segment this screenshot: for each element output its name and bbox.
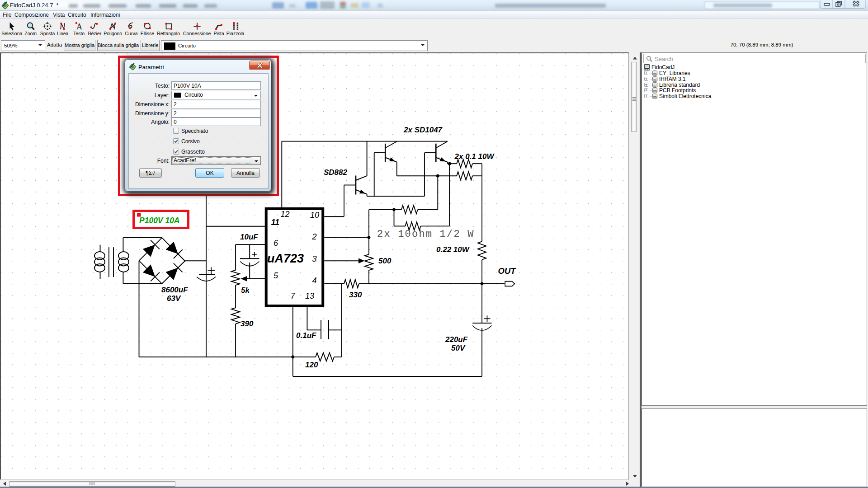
svg-text:220uF: 220uF bbox=[445, 335, 468, 344]
svg-text:0.22 10W: 0.22 10W bbox=[436, 245, 470, 254]
svg-text:uA723: uA723 bbox=[267, 252, 304, 265]
svg-text:390: 390 bbox=[241, 319, 254, 328]
svg-text:3: 3 bbox=[312, 254, 317, 263]
svg-text:11: 11 bbox=[271, 218, 279, 227]
svg-text:63V: 63V bbox=[167, 294, 181, 303]
svg-text:2x 0.1 10W: 2x 0.1 10W bbox=[454, 152, 495, 161]
svg-text:2x SD1047: 2x SD1047 bbox=[403, 126, 443, 134]
svg-text:10uF: 10uF bbox=[240, 233, 258, 241]
svg-text:8600uF: 8600uF bbox=[161, 286, 188, 294]
svg-text:10: 10 bbox=[310, 211, 319, 220]
svg-text:13: 13 bbox=[305, 291, 314, 300]
svg-text:4: 4 bbox=[312, 276, 317, 285]
svg-text:120: 120 bbox=[305, 361, 318, 369]
svg-text:5k: 5k bbox=[241, 286, 250, 295]
svg-text:12: 12 bbox=[281, 210, 290, 219]
svg-text:2: 2 bbox=[312, 232, 317, 241]
svg-text:5: 5 bbox=[274, 271, 278, 280]
svg-text:P100V 10A: P100V 10A bbox=[139, 216, 180, 225]
svg-text:7: 7 bbox=[291, 291, 296, 300]
svg-text:500: 500 bbox=[378, 257, 392, 265]
svg-text:0.1uF: 0.1uF bbox=[296, 331, 316, 340]
svg-text:6: 6 bbox=[274, 239, 278, 248]
svg-text:330: 330 bbox=[349, 291, 362, 299]
svg-text:50V: 50V bbox=[451, 344, 466, 352]
svg-text:OUT: OUT bbox=[498, 266, 517, 276]
svg-text:SD882: SD882 bbox=[324, 168, 348, 177]
svg-text:2x 10ohm 1/2 W: 2x 10ohm 1/2 W bbox=[377, 229, 475, 240]
